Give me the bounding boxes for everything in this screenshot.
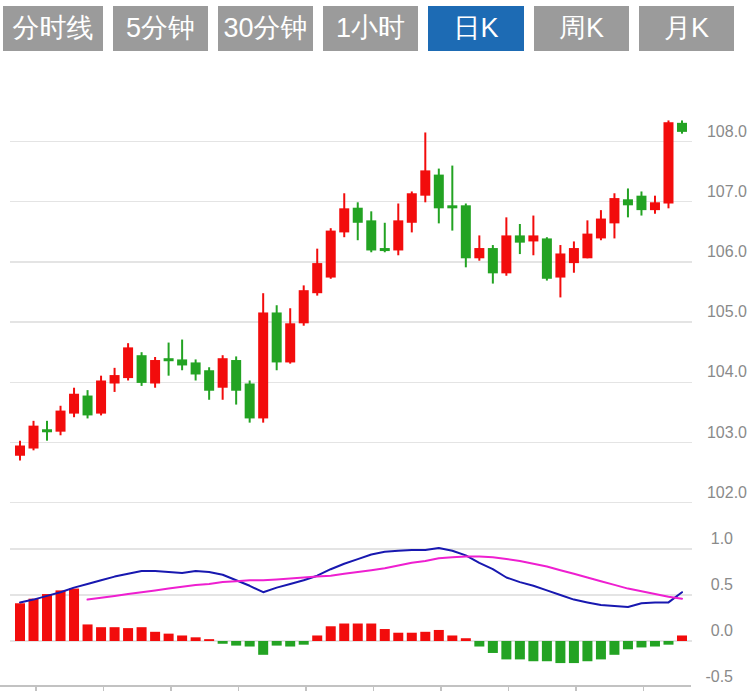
macd-bar bbox=[56, 590, 66, 641]
macd-bar bbox=[83, 624, 93, 641]
macd-axis-label: 0.0 bbox=[711, 622, 733, 639]
candle bbox=[258, 293, 268, 422]
candle bbox=[137, 352, 147, 386]
candle bbox=[393, 204, 403, 256]
macd-bar bbox=[191, 637, 201, 641]
macd-bar bbox=[177, 635, 187, 641]
candle bbox=[474, 235, 484, 260]
candle bbox=[542, 237, 552, 280]
macd-bar bbox=[623, 641, 633, 649]
candle bbox=[15, 441, 25, 461]
macd-bar bbox=[245, 641, 255, 647]
candle bbox=[528, 216, 538, 256]
price-axis-labels: 108.0107.0106.0105.0104.0103.0102.0 bbox=[707, 123, 747, 501]
candle bbox=[326, 228, 336, 279]
candle bbox=[623, 188, 633, 217]
dea-line bbox=[88, 556, 683, 599]
macd-bar bbox=[299, 641, 309, 645]
macd-bar bbox=[204, 639, 214, 641]
candle bbox=[123, 343, 133, 380]
candle bbox=[366, 211, 376, 252]
candle bbox=[609, 193, 619, 238]
candle bbox=[110, 368, 120, 392]
candle bbox=[272, 305, 282, 370]
candle bbox=[447, 166, 457, 231]
macd-bar bbox=[326, 626, 336, 641]
macd-bar bbox=[407, 633, 417, 641]
candle bbox=[69, 388, 79, 417]
kline-macd-chart[interactable]: 108.0107.0106.0105.0104.0103.0102.0 1.00… bbox=[0, 0, 754, 691]
macd-bar bbox=[353, 624, 363, 641]
price-axis-label: 104.0 bbox=[707, 363, 747, 380]
macd-bar bbox=[434, 630, 444, 641]
macd-bar bbox=[218, 641, 228, 644]
interval-tabbar: 分时线5分钟30分钟1小时日K周K月K bbox=[3, 6, 734, 51]
macd-bar bbox=[596, 641, 606, 659]
macd-bar bbox=[488, 641, 498, 653]
price-gridlines bbox=[10, 142, 692, 503]
macd-bar bbox=[677, 635, 687, 641]
macd-axis-labels: 1.00.50.0-0.5 bbox=[705, 530, 733, 685]
macd-bar bbox=[555, 641, 565, 663]
candle bbox=[312, 249, 322, 296]
tab-30min[interactable]: 30分钟 bbox=[218, 6, 313, 51]
candle bbox=[677, 120, 687, 133]
macd-bar bbox=[663, 641, 673, 645]
macd-bar bbox=[650, 641, 660, 647]
macd-bar bbox=[123, 628, 133, 641]
macd-bar bbox=[447, 635, 457, 641]
candle bbox=[650, 196, 660, 214]
macd-bar bbox=[420, 632, 430, 641]
candle bbox=[177, 340, 187, 371]
macd-bar bbox=[515, 641, 525, 659]
macd-bar bbox=[312, 635, 322, 641]
candle bbox=[501, 217, 511, 275]
candle bbox=[434, 169, 444, 224]
tab-time-line[interactable]: 分时线 bbox=[3, 6, 103, 51]
tab-weekly-k[interactable]: 周K bbox=[534, 6, 629, 51]
candle bbox=[299, 285, 309, 325]
tab-5min[interactable]: 5分钟 bbox=[113, 6, 208, 51]
tab-monthly-k[interactable]: 月K bbox=[639, 6, 734, 51]
price-axis-label: 103.0 bbox=[707, 424, 747, 441]
tab-1hour[interactable]: 1小时 bbox=[323, 6, 418, 51]
macd-bar bbox=[542, 641, 552, 661]
macd-axis-label: -0.5 bbox=[705, 668, 733, 685]
price-axis-label: 107.0 bbox=[707, 183, 747, 200]
macd-axis-label: 0.5 bbox=[711, 576, 733, 593]
candle bbox=[636, 191, 646, 215]
macd-bar bbox=[366, 624, 376, 641]
candle bbox=[488, 245, 498, 284]
macd-bar bbox=[609, 641, 619, 655]
candle bbox=[42, 421, 52, 441]
macd-bar bbox=[339, 624, 349, 641]
macd-bar bbox=[285, 641, 295, 647]
candle bbox=[204, 367, 214, 400]
macd-bar bbox=[69, 589, 79, 641]
macd-bar bbox=[272, 641, 282, 646]
candle bbox=[285, 308, 295, 363]
macd-bar bbox=[582, 641, 592, 661]
candle bbox=[515, 224, 525, 254]
macd-bar bbox=[96, 627, 106, 641]
candle bbox=[218, 355, 228, 400]
candles-layer bbox=[15, 120, 687, 460]
macd-bar bbox=[501, 641, 511, 659]
candle bbox=[555, 245, 565, 297]
tab-daily-k[interactable]: 日K bbox=[428, 6, 524, 51]
time-axis bbox=[0, 686, 691, 691]
macd-bar bbox=[164, 634, 174, 641]
macd-bar bbox=[528, 641, 538, 661]
price-axis-label: 102.0 bbox=[707, 484, 747, 501]
candle bbox=[56, 406, 66, 435]
price-axis-label: 105.0 bbox=[707, 303, 747, 320]
price-axis-label: 106.0 bbox=[707, 243, 747, 260]
candle bbox=[380, 223, 390, 252]
macd-bar bbox=[150, 632, 160, 641]
macd-bar bbox=[29, 599, 39, 641]
macd-bar bbox=[461, 638, 471, 641]
candle bbox=[96, 376, 106, 416]
candle bbox=[596, 210, 606, 240]
candle bbox=[164, 343, 174, 376]
macd-axis-label: 1.0 bbox=[711, 530, 733, 547]
